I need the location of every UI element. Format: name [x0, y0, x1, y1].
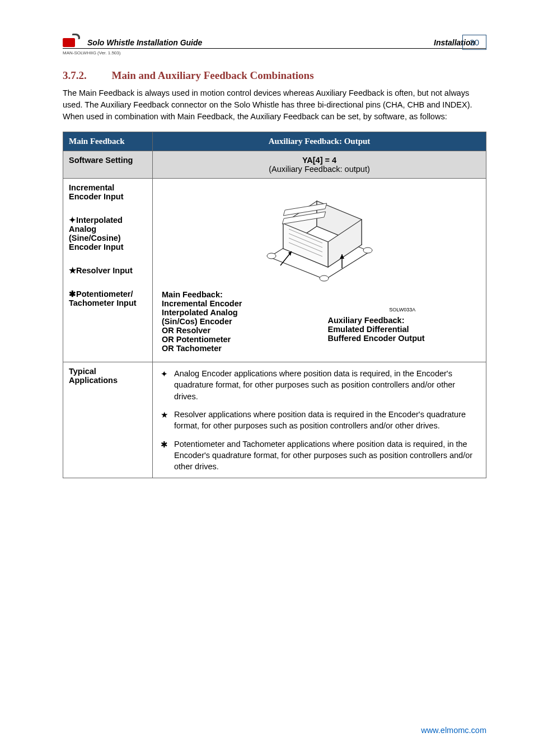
- header-main-feedback: Main Feedback: [63, 132, 153, 151]
- solo-whistle-icon: [258, 184, 381, 285]
- feedback-type-list: Incremental Encoder Input ✦Interpolated …: [63, 179, 153, 362]
- star-4-icon: ✦: [161, 368, 174, 402]
- star-6-icon: ✱: [161, 438, 174, 473]
- typical-apps-list: ✦ Analog Encoder applications where posi…: [153, 362, 486, 478]
- svg-point-3: [363, 248, 372, 253]
- ya-sub: (Auxiliary Feedback: output): [158, 165, 480, 174]
- typical-apps-label: Typical Applications: [63, 362, 153, 478]
- software-setting-value: YA[4] = 4 (Auxiliary Feedback: output): [153, 151, 486, 179]
- list-item: ★ Resolver applications where position d…: [161, 409, 478, 432]
- page-number: 30: [462, 35, 486, 50]
- list-item: ★Resolver Input: [69, 266, 147, 275]
- list-item: ✱ Potentiometer and Tachometer applicati…: [161, 438, 478, 473]
- svg-point-2: [320, 276, 329, 281]
- feedback-table: Main Feedback Auxiliary Feedback: Output…: [63, 132, 486, 478]
- device-illustration: [162, 184, 477, 287]
- aux-feedback-label-block: SOLW033A Auxiliary Feedback: Emulated Di…: [328, 310, 477, 343]
- heading-number: 3.7.2.: [63, 69, 87, 81]
- diagram-cell: Main Feedback: Incremental Encoder Inter…: [153, 179, 486, 362]
- ya-value: YA[4] = 4: [302, 156, 336, 165]
- device-code: SOLW033A: [328, 307, 477, 312]
- footer-link[interactable]: www.elmomc.com: [421, 726, 486, 735]
- list-item: ✦Interpolated Analog (Sine/Cosine) Encod…: [69, 216, 147, 251]
- list-item: Incremental Encoder Input: [69, 183, 147, 201]
- intro-paragraph: The Main Feedback is always used in moti…: [63, 87, 486, 123]
- software-setting-label: Software Setting: [63, 151, 153, 179]
- heading-text: Main and Auxiliary Feedback Combinations: [112, 69, 314, 81]
- main-feedback-label-block: Main Feedback: Incremental Encoder Inter…: [162, 290, 311, 353]
- section-heading: 3.7.2. Main and Auxiliary Feedback Combi…: [63, 69, 486, 82]
- brand-logo: [63, 34, 83, 47]
- page-header: Solo Whistle Installation Guide Installa…: [63, 34, 486, 49]
- star-5-icon: ★: [161, 409, 174, 432]
- header-aux-feedback: Auxiliary Feedback: Output: [153, 132, 486, 151]
- svg-point-1: [267, 253, 276, 259]
- document-title: Solo Whistle Installation Guide: [87, 38, 434, 47]
- list-item: ✦ Analog Encoder applications where posi…: [161, 368, 478, 402]
- list-item: ✱Potentiometer/ Tachometer Input: [69, 290, 147, 307]
- document-version: MAN-SOLWHIIG (Ver. 1.503): [63, 50, 486, 55]
